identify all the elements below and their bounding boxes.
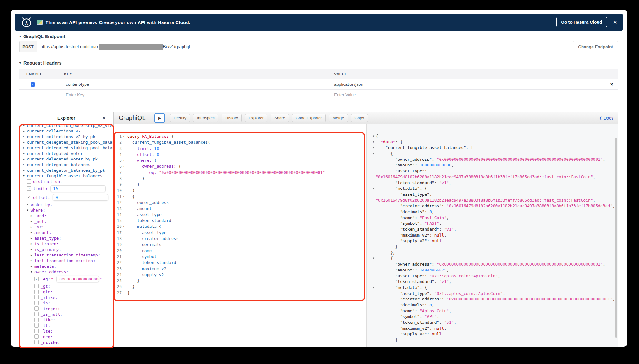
explorer-row-is_frozen[interactable]: ▶is_frozen:: [22, 241, 113, 247]
explorer-row-current_delegator_balances_by_pk[interactable]: ▶current_delegator_balances_by_pk: [22, 167, 113, 173]
request-headers-section-header[interactable]: ▾ Request Headers: [19, 60, 62, 65]
checkbox-_eq[interactable]: ✓: [34, 277, 39, 281]
fold-triangle-icon[interactable]: ▼: [372, 186, 376, 192]
fold-triangle-icon[interactable]: ▼: [372, 256, 376, 261]
explorer-row-last_transaction_version[interactable]: ▶last_transaction_version:: [22, 258, 113, 263]
explorer-row-_lte[interactable]: _lte:: [22, 328, 113, 334]
explorer-row-current_delegated_voter[interactable]: ▶current_delegated_voter: [22, 151, 113, 156]
checkbox-_like[interactable]: [34, 318, 39, 322]
chevron-right-icon[interactable]: ▶: [23, 124, 27, 127]
chevron-down-icon[interactable]: ▼: [27, 209, 31, 212]
explorer-row-order_by[interactable]: ▶order_by:: [22, 202, 113, 207]
fold-triangle-icon[interactable]: ▾: [122, 194, 126, 199]
docs-toggle[interactable]: ❮ Docs: [594, 112, 618, 124]
editor-line[interactable]: 6▾ owner_address: {: [114, 163, 366, 169]
chevron-down-icon[interactable]: ▼: [23, 175, 27, 177]
editor-line[interactable]: 22 token_standard: [114, 260, 366, 266]
editor-line[interactable]: 13 amount: [114, 206, 366, 212]
explorer-row-_nilike[interactable]: _nilike:: [22, 339, 113, 345]
editor-line[interactable]: 5▾ where: {: [114, 157, 366, 163]
explorer-row-where[interactable]: ▼where:: [22, 207, 113, 213]
chevron-right-icon[interactable]: ▶: [23, 169, 27, 172]
chevron-right-icon[interactable]: ▶: [23, 152, 27, 155]
chevron-right-icon[interactable]: ▶: [23, 158, 27, 160]
editor-line[interactable]: 14 asset_type: [114, 212, 366, 218]
fold-triangle-icon[interactable]: ▾: [122, 223, 126, 229]
explorer-row-_in[interactable]: _in:: [22, 300, 113, 306]
fold-triangle-icon[interactable]: ▼: [372, 285, 376, 291]
chevron-right-icon[interactable]: ▶: [31, 220, 34, 223]
editor-line[interactable]: 3 limit: 10: [114, 146, 366, 151]
toolbar-button-prettify[interactable]: Prettify: [170, 114, 190, 122]
chevron-right-icon[interactable]: ▶: [23, 135, 27, 138]
chevron-right-icon[interactable]: ▶: [31, 214, 34, 217]
editor-line[interactable]: 16▾ metadata {: [114, 223, 366, 229]
fold-triangle-icon[interactable]: ▾: [122, 133, 126, 139]
chevron-right-icon[interactable]: ▶: [31, 259, 34, 262]
explorer-row-_lt[interactable]: _lt:: [22, 323, 113, 328]
explorer-row-metadata[interactable]: ▶metadata:: [22, 263, 113, 269]
enter-value-input[interactable]: Enter Value: [324, 93, 618, 97]
explorer-row-current_collections_v2_by_pk[interactable]: ▶current_collections_v2_by_pk: [22, 134, 113, 139]
checkbox-limit[interactable]: ✓: [27, 186, 31, 191]
editor-line[interactable]: 24 supply_v2: [114, 272, 366, 278]
explorer-row-limit[interactable]: ✓limit:10: [22, 184, 113, 193]
editor-line[interactable]: 11▾ {: [114, 194, 366, 199]
explorer-row-current_delegator_balances[interactable]: ▶current_delegator_balances: [22, 162, 113, 167]
explorer-value-input[interactable]: 0x00000000000000000000000000000000000000…: [56, 276, 99, 282]
header-value-value[interactable]: application/json: [324, 82, 618, 87]
banner-close-icon[interactable]: ✕: [613, 19, 617, 25]
toolbar-button-introspect[interactable]: Introspect: [193, 114, 218, 122]
editor-line[interactable]: 15 token_standard: [114, 218, 366, 223]
explorer-row-_not[interactable]: ▶_not:: [22, 218, 113, 224]
explorer-row-_neq[interactable]: _neq:: [22, 334, 113, 339]
editor-line[interactable]: 18 creator_address: [114, 236, 366, 242]
explorer-row-_gt[interactable]: _gt:: [22, 283, 113, 289]
checkbox-_gte[interactable]: [34, 290, 39, 294]
go-to-hasura-cloud-button[interactable]: Go to Hasura Cloud: [556, 17, 607, 27]
editor-line[interactable]: 12 owner_address: [114, 199, 366, 205]
chevron-right-icon[interactable]: ▶: [31, 265, 34, 268]
checkbox-_ilike[interactable]: [34, 295, 39, 299]
explorer-row-_like[interactable]: _like:: [22, 317, 113, 323]
change-endpoint-button[interactable]: Change Endpoint: [573, 41, 618, 52]
endpoint-url-input[interactable]: https://aptos-testnet.nodit.io/rrBe/v1/g…: [37, 41, 568, 52]
checkbox-_iregex[interactable]: [34, 306, 39, 311]
explorer-row-offset[interactable]: ✓offset:0: [22, 193, 113, 202]
chevron-right-icon[interactable]: ▶: [31, 237, 34, 240]
editor-line[interactable]: 17 asset_type: [114, 230, 366, 236]
fold-triangle-icon[interactable]: ▾: [122, 163, 126, 169]
query-editor[interactable]: 1▾query FA_Balances {2 current_fungible_…: [114, 124, 366, 347]
toolbar-button-merge[interactable]: Merge: [329, 114, 348, 122]
editor-line[interactable]: 25 }: [114, 278, 366, 284]
explorer-row-_iregex[interactable]: _iregex:: [22, 306, 113, 311]
chevron-down-icon[interactable]: ▼: [31, 271, 34, 273]
toolbar-button-share[interactable]: Share: [271, 114, 289, 122]
editor-line[interactable]: 8 }: [114, 175, 366, 181]
editor-line[interactable]: 26 }: [114, 284, 366, 290]
checkbox-_nilike[interactable]: [34, 340, 39, 344]
fold-triangle-icon[interactable]: ▼: [372, 151, 376, 157]
chevron-right-icon[interactable]: ▶: [23, 163, 27, 166]
explorer-row-_or[interactable]: ▶_or:: [22, 224, 113, 230]
editor-line[interactable]: 4 offset: 0: [114, 151, 366, 157]
chevron-right-icon[interactable]: ▶: [31, 231, 34, 234]
fold-triangle-icon[interactable]: ▼: [372, 133, 376, 139]
chevron-right-icon[interactable]: ▶: [31, 254, 34, 256]
checkbox-_lt[interactable]: [34, 323, 39, 328]
editor-line[interactable]: 21 symbol: [114, 254, 366, 260]
explorer-value-input[interactable]: 0: [53, 194, 108, 201]
toolbar-button-history[interactable]: History: [222, 114, 241, 122]
explorer-row-current_delegated_voter_by_pk[interactable]: ▶current_delegated_voter_by_pk: [22, 156, 113, 162]
toolbar-button-copy[interactable]: Copy: [351, 114, 368, 122]
editor-line[interactable]: 19 decimals: [114, 242, 366, 247]
toolbar-button-explorer[interactable]: Explorer: [245, 114, 267, 122]
explorer-row-owner_address[interactable]: ▼owner_address:: [22, 269, 113, 275]
explorer-row-last_transaction_timestamp[interactable]: ▶last_transaction_timestamp:: [22, 252, 113, 258]
explorer-row-asset_type[interactable]: ▶asset_type:: [22, 235, 113, 241]
explorer-row-is_primary[interactable]: ▶is_primary:: [22, 247, 113, 252]
checkbox-_neq[interactable]: [34, 334, 39, 339]
explorer-row-current_fungible_asset_balances[interactable]: ▼current_fungible_asset_balances: [22, 173, 113, 179]
editor-line[interactable]: 23 maximum_v2: [114, 266, 366, 272]
explorer-row-_eq[interactable]: ✓_eq:"0x00000000000000000000000000000000…: [22, 275, 113, 283]
